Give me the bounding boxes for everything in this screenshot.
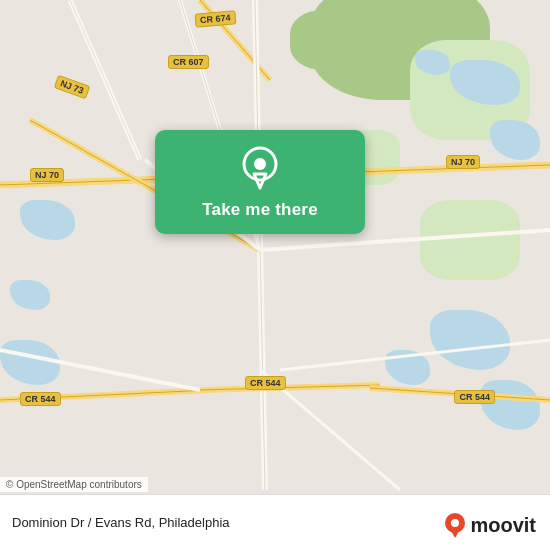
cr544-center-label: CR 544 <box>245 376 286 390</box>
osm-attribution: © OpenStreetMap contributors <box>0 477 148 492</box>
svg-line-21 <box>0 350 200 390</box>
moovit-brand-name: moovit <box>470 514 536 537</box>
info-bar: Dominion Dr / Evans Rd, Philadelphia moo… <box>0 494 550 550</box>
svg-point-25 <box>254 158 266 170</box>
cr607-label: CR 607 <box>168 55 209 69</box>
svg-point-29 <box>451 519 459 527</box>
cr544-left-label: CR 544 <box>20 392 61 406</box>
cr544-right-label: CR 544 <box>454 390 495 404</box>
svg-marker-28 <box>450 529 460 538</box>
svg-line-23 <box>280 340 550 370</box>
nj70-right-label: NJ 70 <box>446 155 480 169</box>
svg-line-1 <box>70 0 140 160</box>
location-pin-icon <box>238 146 282 190</box>
nj70-left-label: NJ 70 <box>30 168 64 182</box>
take-me-there-button[interactable]: Take me there <box>202 200 318 220</box>
moovit-pin-icon <box>444 512 466 538</box>
location-card: Take me there <box>155 130 365 234</box>
moovit-logo: moovit <box>444 512 536 538</box>
map-container: CR 674 NJ 73 CR 607 NJ 70 NJ 70 CR 544 C… <box>0 0 550 550</box>
